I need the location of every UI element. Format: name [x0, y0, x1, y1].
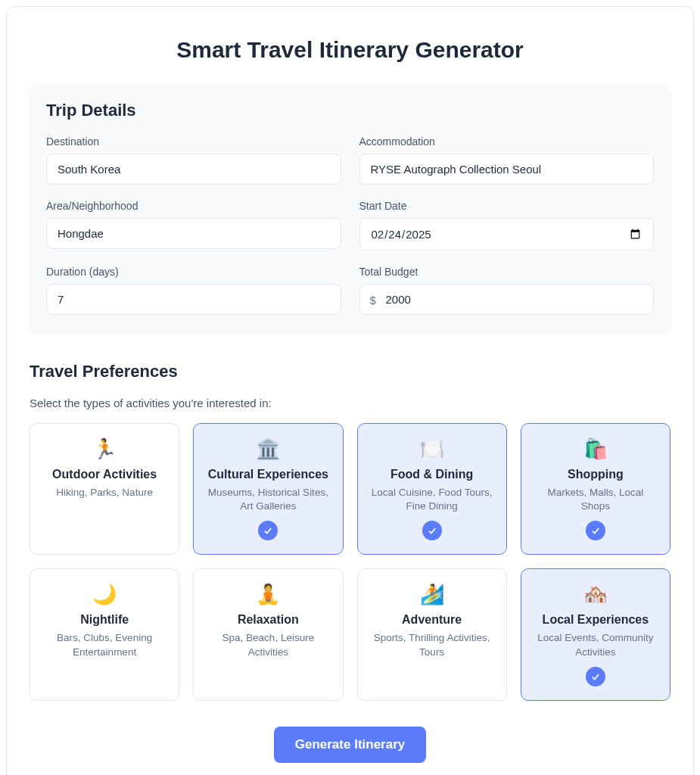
local-icon: 🏘️: [583, 584, 608, 604]
pref-card-adventure[interactable]: 🏄AdventureSports, Thrilling Activities, …: [357, 568, 507, 700]
pref-card-title: Adventure: [402, 613, 462, 627]
adventure-icon: 🏄: [420, 584, 444, 604]
pref-card-title: Cultural Experiences: [208, 468, 328, 481]
preferences-section: Travel Preferences Select the types of a…: [28, 362, 672, 701]
pref-card-shopping[interactable]: 🛍️ShoppingMarkets, Malls, Local Shops: [521, 423, 670, 555]
trip-details-grid: Destination Accommodation Area/Neighborh…: [46, 135, 654, 315]
pref-card-desc: Museums, Historical Sites, Art Galleries: [204, 486, 331, 513]
area-label: Area/Neighborhood: [46, 200, 341, 212]
start-date-label: Start Date: [359, 200, 655, 212]
destination-label: Destination: [46, 135, 341, 148]
pref-card-relaxation[interactable]: 🧘RelaxationSpa, Beach, Leisure Activitie…: [193, 568, 343, 700]
pref-card-nightlife[interactable]: 🌙NightlifeBars, Clubs, Evening Entertain…: [30, 568, 179, 700]
trip-details-card: Trip Details Destination Accommodation A…: [28, 84, 672, 335]
food-icon: 🍽️: [420, 439, 444, 459]
pref-card-desc: Markets, Malls, Local Shops: [532, 486, 659, 513]
check-icon: [258, 521, 278, 540]
pref-card-desc: Local Events, Community Activities: [532, 631, 659, 658]
pref-card-title: Shopping: [568, 468, 624, 481]
destination-field: Destination: [46, 135, 341, 185]
pref-card-cultural[interactable]: 🏛️Cultural ExperiencesMuseums, Historica…: [193, 423, 343, 555]
start-date-field: Start Date: [359, 200, 655, 251]
duration-label: Duration (days): [46, 266, 341, 278]
budget-field: Total Budget $: [359, 266, 655, 315]
pref-card-desc: Bars, Clubs, Evening Entertainment: [41, 631, 168, 658]
area-input[interactable]: [46, 218, 341, 249]
pref-card-food[interactable]: 🍽️Food & DiningLocal Cuisine, Food Tours…: [357, 423, 507, 555]
pref-card-desc: Local Cuisine, Food Tours, Fine Dining: [369, 486, 496, 513]
nightlife-icon: 🌙: [92, 584, 117, 604]
pref-card-title: Outdoor Activities: [52, 468, 157, 481]
outdoor-icon: 🏃: [92, 439, 117, 459]
main-container: Smart Travel Itinerary Generator Trip De…: [6, 6, 694, 775]
check-icon: [586, 521, 605, 540]
relaxation-icon: 🧘: [256, 584, 280, 604]
shopping-icon: 🛍️: [583, 439, 608, 459]
budget-wrapper: $: [359, 284, 655, 315]
generate-itinerary-button[interactable]: Generate Itinerary: [274, 727, 427, 763]
check-icon: [586, 667, 605, 686]
duration-input[interactable]: [46, 284, 341, 315]
accommodation-input[interactable]: [359, 154, 655, 185]
destination-input[interactable]: [46, 154, 341, 185]
start-date-input[interactable]: [359, 218, 655, 251]
pref-card-title: Nightlife: [80, 613, 129, 627]
generate-row: Generate Itinerary: [28, 727, 672, 763]
preferences-title: Travel Preferences: [30, 362, 670, 381]
cultural-icon: 🏛️: [256, 439, 280, 459]
area-field: Area/Neighborhood: [46, 200, 341, 251]
pref-card-desc: Hiking, Parks, Nature: [56, 486, 153, 500]
pref-card-local[interactable]: 🏘️Local ExperiencesLocal Events, Communi…: [521, 568, 670, 700]
accommodation-field: Accommodation: [359, 135, 655, 185]
duration-field: Duration (days): [46, 266, 341, 315]
budget-input[interactable]: [359, 284, 655, 315]
dollar-icon: $: [370, 293, 376, 306]
pref-card-title: Local Experiences: [543, 613, 649, 627]
pref-card-desc: Spa, Beach, Leisure Activities: [204, 631, 331, 658]
budget-label: Total Budget: [359, 266, 655, 278]
pref-card-desc: Sports, Thrilling Activities, Tours: [369, 631, 496, 658]
trip-details-title: Trip Details: [46, 101, 654, 120]
pref-card-title: Food & Dining: [390, 468, 473, 481]
pref-card-title: Relaxation: [238, 613, 299, 627]
page-title: Smart Travel Itinerary Generator: [28, 37, 672, 63]
pref-card-outdoor[interactable]: 🏃Outdoor ActivitiesHiking, Parks, Nature: [30, 423, 179, 555]
preferences-grid: 🏃Outdoor ActivitiesHiking, Parks, Nature…: [30, 423, 670, 701]
check-icon: [422, 521, 442, 540]
accommodation-label: Accommodation: [359, 135, 655, 148]
preferences-subtitle: Select the types of activities you're in…: [30, 397, 670, 409]
